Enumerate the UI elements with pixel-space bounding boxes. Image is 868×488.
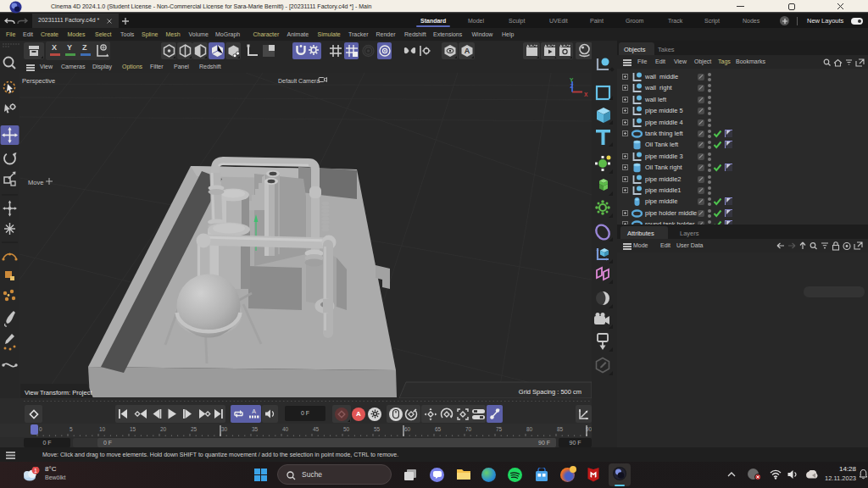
svg-text:1: 1 (34, 468, 37, 474)
svg-text:50: 50 (343, 426, 350, 432)
svg-text:Grid Spacing : 500 cm: Grid Spacing : 500 cm (519, 388, 581, 396)
svg-text:80: 80 (526, 426, 533, 432)
svg-text:60: 60 (404, 426, 411, 432)
svg-text:30: 30 (221, 426, 228, 432)
svg-text:15: 15 (130, 426, 136, 432)
svg-text:A: A (465, 47, 470, 55)
svg-text:Default Camera: Default Camera (278, 78, 320, 84)
svg-text:70: 70 (465, 426, 472, 432)
svg-text:X: X (584, 92, 588, 97)
svg-text:75: 75 (496, 426, 503, 432)
svg-text:65: 65 (435, 426, 442, 432)
svg-text:5: 5 (70, 426, 73, 432)
svg-text:85: 85 (557, 426, 564, 432)
svg-text:View Transform: Project: View Transform: Project (25, 389, 92, 396)
svg-text:55: 55 (374, 426, 381, 432)
svg-text:40: 40 (282, 426, 289, 432)
svg-text:Y: Y (570, 77, 574, 83)
svg-text:20: 20 (160, 426, 167, 432)
svg-text:35: 35 (252, 426, 259, 432)
svg-text:Z: Z (570, 83, 574, 89)
svg-text:10: 10 (99, 426, 106, 432)
svg-text:Move: Move (28, 179, 43, 186)
svg-text:0: 0 (39, 426, 42, 432)
svg-text:25: 25 (191, 426, 198, 432)
svg-text:45: 45 (313, 426, 320, 432)
svg-text:A: A (252, 408, 256, 414)
svg-text:Perspective: Perspective (22, 77, 55, 85)
